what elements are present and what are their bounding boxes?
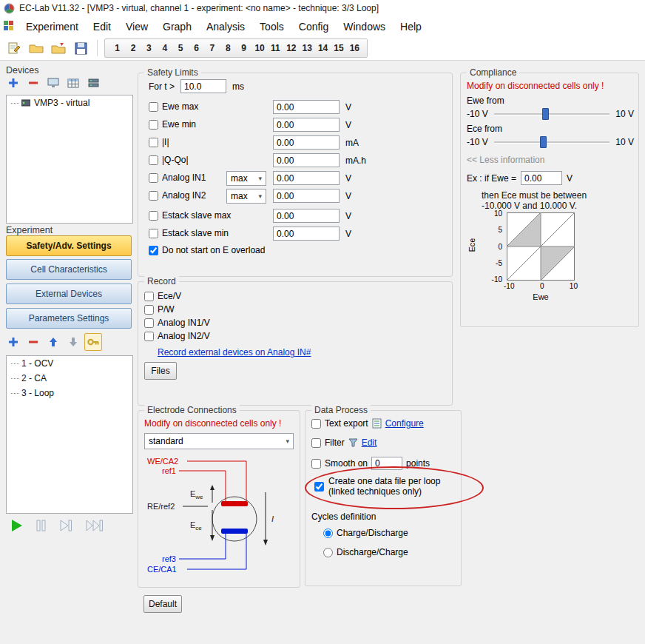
record-option-row[interactable]: P/W bbox=[144, 303, 210, 316]
record-option-checkbox[interactable] bbox=[144, 292, 154, 301]
device-table-button[interactable] bbox=[64, 74, 82, 92]
estack-min-checkbox[interactable] bbox=[149, 229, 158, 238]
example-ewe-input[interactable] bbox=[521, 171, 562, 185]
channel-button[interactable]: 10 bbox=[252, 43, 267, 53]
default-button[interactable]: Default bbox=[143, 595, 182, 613]
channel-button[interactable]: 16 bbox=[347, 43, 362, 53]
menu-item[interactable]: Edit bbox=[86, 19, 118, 35]
next-technique-button[interactable] bbox=[59, 519, 73, 534]
discharge-charge-radio-row[interactable]: Discharge/Charge bbox=[323, 547, 408, 557]
overload-checkbox-row[interactable]: Do not start on E overload bbox=[149, 245, 265, 255]
menu-item[interactable]: Config bbox=[291, 19, 336, 35]
channel-button[interactable]: 2 bbox=[126, 43, 141, 53]
loop-file-checkbox[interactable] bbox=[314, 482, 324, 492]
ewe-min-input[interactable] bbox=[273, 118, 340, 132]
connection-mode-select[interactable]: standard ▾ bbox=[144, 433, 294, 449]
open-button[interactable] bbox=[27, 38, 46, 58]
skip-to-end-button[interactable] bbox=[85, 519, 105, 534]
technique-tree-item[interactable]: 3 - Loop bbox=[7, 386, 132, 400]
remove-device-button[interactable] bbox=[24, 74, 42, 92]
ewe-max-checkbox[interactable] bbox=[149, 102, 158, 112]
charge-limit-input[interactable] bbox=[273, 153, 340, 167]
device-monitor-button[interactable] bbox=[44, 74, 62, 92]
ewe-min-checkbox-row[interactable]: Ewe min bbox=[149, 119, 196, 130]
move-up-button[interactable] bbox=[44, 333, 62, 351]
device-tree-item[interactable]: VMP3 - virtual bbox=[7, 95, 132, 110]
remove-technique-button[interactable] bbox=[24, 333, 42, 351]
estack-min-checkbox-row[interactable]: Estack slave min bbox=[149, 228, 229, 238]
estack-min-input[interactable] bbox=[273, 227, 340, 241]
ewe-min-checkbox[interactable] bbox=[149, 120, 158, 130]
analog-in1-checkbox-row[interactable]: Analog IN1 bbox=[149, 172, 206, 183]
current-limit-input[interactable] bbox=[273, 135, 340, 150]
menu-item[interactable]: Help bbox=[393, 19, 429, 35]
technique-tree-item[interactable]: 1 - OCV bbox=[7, 356, 132, 371]
analog-in1-input[interactable] bbox=[273, 171, 340, 185]
charge-discharge-radio[interactable] bbox=[323, 529, 333, 538]
overload-checkbox[interactable] bbox=[149, 246, 158, 255]
record-option-row[interactable]: Ece/V bbox=[144, 289, 210, 303]
channel-button[interactable]: 11 bbox=[268, 43, 283, 53]
for-t-input[interactable] bbox=[180, 79, 226, 93]
move-down-button[interactable] bbox=[64, 333, 82, 351]
menu-item[interactable]: Tools bbox=[252, 19, 291, 35]
smooth-points-input[interactable] bbox=[371, 457, 402, 470]
pause-button[interactable] bbox=[36, 519, 47, 534]
technique-tree-item[interactable]: 2 - CA bbox=[7, 371, 132, 386]
record-option-checkbox[interactable] bbox=[144, 318, 154, 328]
import-button[interactable] bbox=[49, 38, 68, 58]
less-information-link[interactable]: << Less information bbox=[467, 155, 544, 165]
channel-button[interactable]: 15 bbox=[331, 43, 346, 53]
analog-in1-mode-select[interactable]: max▾ bbox=[226, 171, 266, 186]
channel-button[interactable]: 1 bbox=[110, 43, 125, 53]
analog-in2-mode-select[interactable]: max▾ bbox=[226, 189, 266, 204]
analog-in1-checkbox[interactable] bbox=[149, 173, 158, 183]
ewe-max-checkbox-row[interactable]: Ewe max bbox=[149, 101, 198, 112]
run-button[interactable] bbox=[10, 518, 24, 535]
record-option-row[interactable]: Analog IN2/V bbox=[144, 329, 210, 343]
estack-max-checkbox[interactable] bbox=[149, 211, 158, 221]
configure-link[interactable]: Configure bbox=[385, 418, 424, 429]
files-button[interactable]: Files bbox=[144, 362, 177, 380]
slider-thumb[interactable] bbox=[540, 136, 547, 148]
tab-cell-characteristics[interactable]: Cell Characteristics bbox=[6, 259, 132, 280]
smooth-checkbox[interactable] bbox=[311, 459, 321, 469]
current-limit-checkbox[interactable] bbox=[149, 138, 158, 147]
estack-max-input[interactable] bbox=[273, 209, 340, 223]
analog-in2-input[interactable] bbox=[273, 189, 340, 203]
text-export-checkbox[interactable] bbox=[311, 419, 321, 429]
analog-in2-checkbox-row[interactable]: Analog IN2 bbox=[149, 190, 206, 201]
menu-item[interactable]: Graph bbox=[155, 19, 199, 35]
load-settings-button[interactable] bbox=[4, 38, 24, 58]
menu-item[interactable]: Analysis bbox=[199, 19, 252, 35]
edit-link[interactable]: Edit bbox=[362, 437, 377, 448]
channel-button[interactable]: 8 bbox=[220, 43, 235, 53]
channel-button[interactable]: 3 bbox=[141, 43, 156, 53]
channel-button[interactable]: 4 bbox=[158, 43, 172, 53]
channel-button[interactable]: 7 bbox=[205, 43, 220, 53]
filter-checkbox[interactable] bbox=[311, 438, 321, 448]
record-option-row[interactable]: Analog IN1/V bbox=[144, 316, 210, 329]
slider-thumb[interactable] bbox=[542, 108, 549, 120]
record-external-link[interactable]: Record external devices on Analog IN# bbox=[158, 347, 311, 358]
ewe-max-input[interactable] bbox=[273, 100, 340, 114]
menu-item[interactable]: Windows bbox=[336, 19, 393, 35]
channel-button[interactable]: 5 bbox=[173, 43, 188, 53]
current-checkbox-row[interactable]: |I| bbox=[149, 137, 169, 147]
add-device-button[interactable] bbox=[4, 74, 22, 92]
channel-button[interactable]: 13 bbox=[300, 43, 314, 53]
tab-safety-adv-settings[interactable]: Safety/Adv. Settings bbox=[6, 235, 132, 256]
tab-external-devices[interactable]: External Devices bbox=[6, 284, 132, 304]
ewe-from-slider[interactable] bbox=[494, 107, 610, 121]
record-option-checkbox[interactable] bbox=[144, 305, 154, 315]
save-button[interactable] bbox=[71, 38, 90, 58]
discharge-charge-radio[interactable] bbox=[323, 548, 333, 557]
tab-parameters-settings[interactable]: Parameters Settings bbox=[6, 308, 132, 329]
loop-file-row[interactable]: Create one data file per loop (linked te… bbox=[314, 476, 440, 497]
add-technique-button[interactable] bbox=[4, 333, 22, 351]
menu-item[interactable]: View bbox=[118, 19, 155, 35]
charge-discharge-radio-row[interactable]: Charge/Discharge bbox=[323, 528, 408, 538]
analog-in2-checkbox[interactable] bbox=[149, 191, 158, 201]
device-config-button[interactable] bbox=[84, 74, 102, 92]
charge-checkbox-row[interactable]: |Q-Qo| bbox=[149, 155, 189, 165]
